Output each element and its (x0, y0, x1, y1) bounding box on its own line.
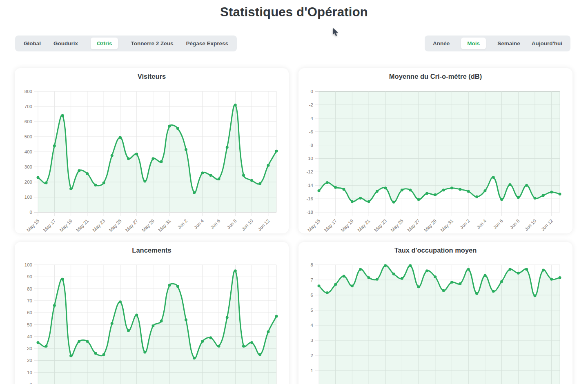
svg-text:6: 6 (311, 293, 313, 297)
svg-text:Jun 4: Jun 4 (476, 218, 488, 230)
svg-text:Jun 12: Jun 12 (540, 218, 554, 232)
svg-text:0: 0 (311, 89, 313, 94)
cri-o-metre-chart[interactable]: -18-16-14-12-10-8-6-4-20May 15May 17May … (298, 68, 572, 233)
svg-text:May 31: May 31 (440, 218, 454, 233)
svg-text:50: 50 (27, 322, 32, 327)
card-taux-occupation: Taux d'occupation moyen 012345678May 15M… (298, 242, 572, 384)
taux-occupation-chart[interactable]: 012345678May 15May 17May 19May 21May 23M… (298, 242, 572, 384)
svg-text:30: 30 (27, 346, 32, 351)
tab-annee[interactable]: Année (433, 40, 450, 47)
svg-text:70: 70 (27, 298, 32, 303)
svg-text:-4: -4 (309, 116, 314, 121)
svg-text:-14: -14 (306, 183, 313, 188)
visiteurs-chart[interactable]: 0100200300400500600700800May 15May 17May… (15, 68, 289, 233)
svg-text:May 21: May 21 (75, 218, 89, 233)
svg-text:May 25: May 25 (390, 218, 404, 233)
tab-aujourdhui[interactable]: Aujourd'hui (532, 40, 562, 47)
tab-tonnerre-2-zeus[interactable]: Tonnerre 2 Zeus (131, 40, 173, 47)
svg-text:Jun 4: Jun 4 (193, 218, 205, 230)
svg-text:May 27: May 27 (125, 218, 139, 233)
svg-text:4: 4 (311, 323, 314, 328)
svg-text:60: 60 (27, 310, 32, 315)
svg-text:May 23: May 23 (373, 218, 388, 233)
svg-text:1: 1 (311, 368, 313, 373)
svg-text:300: 300 (24, 164, 32, 169)
tab-goudurix[interactable]: Goudurix (53, 40, 78, 47)
ride-tabs: Global Goudurix OzIris Tonnerre 2 Zeus P… (15, 36, 237, 51)
svg-text:May 19: May 19 (59, 218, 73, 233)
svg-text:May 29: May 29 (141, 218, 155, 233)
svg-text:May 15: May 15 (26, 218, 40, 233)
svg-text:Jun 2: Jun 2 (459, 218, 470, 230)
svg-text:20: 20 (27, 358, 32, 363)
tab-global[interactable]: Global (24, 40, 41, 47)
svg-text:-6: -6 (309, 129, 313, 134)
card-cri-o-metre: Moyenne du Cri-o-mètre (dB) -18-16-14-12… (298, 68, 572, 233)
mouse-cursor-icon (332, 28, 340, 38)
svg-text:May 25: May 25 (108, 218, 122, 233)
svg-text:Jun 10: Jun 10 (524, 218, 537, 232)
svg-text:0: 0 (30, 382, 32, 384)
svg-text:Jun 8: Jun 8 (226, 218, 237, 230)
tab-pegase-express[interactable]: Pégase Express (186, 40, 228, 47)
svg-text:Jun 6: Jun 6 (492, 218, 504, 230)
svg-text:200: 200 (24, 180, 32, 184)
svg-text:3: 3 (311, 338, 313, 343)
tab-oziris[interactable]: OzIris (91, 38, 118, 49)
svg-text:10: 10 (27, 370, 32, 375)
svg-text:-12: -12 (306, 169, 313, 174)
svg-text:May 15: May 15 (307, 218, 321, 233)
svg-text:May 19: May 19 (340, 218, 354, 233)
svg-text:May 17: May 17 (323, 218, 338, 233)
svg-text:Jun 2: Jun 2 (177, 218, 188, 230)
svg-text:-2: -2 (309, 102, 313, 107)
svg-text:600: 600 (24, 119, 32, 124)
svg-text:May 31: May 31 (157, 218, 172, 233)
svg-text:0: 0 (30, 210, 32, 215)
svg-text:5: 5 (311, 308, 313, 313)
svg-text:Jun 12: Jun 12 (257, 218, 270, 232)
svg-text:700: 700 (24, 104, 32, 109)
lancements-chart[interactable]: 0102030405060708090100May 15May 17May 19… (15, 242, 289, 384)
svg-text:800: 800 (24, 89, 32, 94)
svg-text:May 23: May 23 (91, 218, 106, 233)
svg-text:8: 8 (311, 262, 313, 267)
page-title: Statistiques d'Opération (0, 5, 588, 20)
svg-text:100: 100 (24, 262, 32, 267)
svg-text:-10: -10 (306, 156, 313, 161)
svg-text:500: 500 (24, 134, 32, 139)
svg-text:2: 2 (311, 353, 313, 358)
tab-semaine[interactable]: Semaine (497, 40, 520, 47)
card-visiteurs: Visiteurs 0100200300400500600700800May 1… (15, 68, 289, 233)
svg-text:40: 40 (27, 334, 32, 339)
svg-text:90: 90 (27, 274, 32, 279)
svg-text:7: 7 (311, 277, 313, 282)
svg-text:400: 400 (24, 149, 32, 154)
svg-text:-8: -8 (309, 143, 313, 148)
svg-text:May 21: May 21 (356, 218, 371, 233)
svg-text:Jun 6: Jun 6 (209, 218, 221, 230)
svg-text:May 29: May 29 (423, 218, 437, 233)
svg-text:Jun 10: Jun 10 (241, 218, 254, 232)
svg-text:80: 80 (27, 286, 32, 291)
svg-text:100: 100 (24, 195, 32, 200)
svg-text:-18: -18 (306, 210, 313, 215)
svg-text:May 27: May 27 (406, 218, 421, 233)
card-lancements: Lancements 0102030405060708090100May 15M… (15, 242, 289, 384)
svg-text:Jun 8: Jun 8 (509, 218, 520, 230)
period-tabs: Année Mois Semaine Aujourd'hui (425, 36, 570, 51)
tab-mois[interactable]: Mois (461, 38, 486, 49)
svg-text:May 17: May 17 (42, 218, 57, 233)
svg-text:-16: -16 (306, 196, 313, 201)
